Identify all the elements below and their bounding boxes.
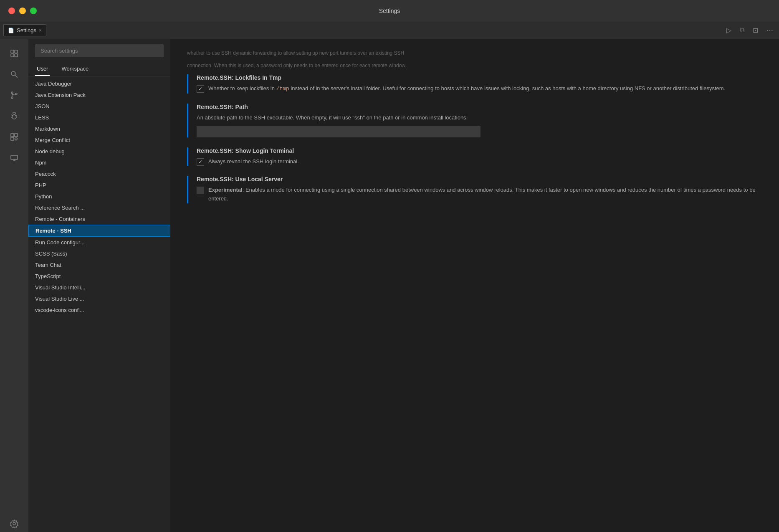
svg-point-7 (11, 97, 13, 99)
svg-rect-1 (15, 50, 18, 53)
svg-point-10 (12, 115, 16, 119)
minimize-button[interactable] (19, 8, 26, 14)
section-use-local: Remote.SSH: Use Local Server Experimenta… (187, 176, 762, 203)
traffic-lights (8, 8, 37, 14)
ext-item-less[interactable]: LESS (28, 112, 170, 123)
ext-item-java-ext-pack[interactable]: Java Extension Pack (28, 89, 170, 101)
section-show-login: Remote.SSH: Show Login Terminal ✓ Always… (187, 147, 762, 166)
activity-debug[interactable] (4, 106, 24, 126)
open-changes-action[interactable]: ⧉ (737, 25, 747, 35)
extensions-list: Java Debugger Java Extension Pack JSON L… (28, 78, 170, 532)
show-login-checkbox[interactable]: ✓ (197, 158, 204, 166)
split-editor-action[interactable]: ⊡ (750, 25, 761, 35)
ext-item-reference-search[interactable]: Reference Search ... (28, 202, 170, 213)
svg-rect-18 (11, 155, 18, 160)
ext-item-python[interactable]: Python (28, 191, 170, 202)
settings-tabs: User Workspace (28, 62, 170, 76)
activity-extensions[interactable] (4, 127, 24, 147)
show-login-checkbox-row: ✓ Always reveal the SSH login terminal. (197, 157, 762, 166)
sidebar: User Workspace Java Debugger Java Extens… (28, 39, 170, 532)
svg-point-6 (11, 92, 13, 94)
experimental-label: Experimental (208, 187, 243, 193)
tab-actions: ▷ ⧉ ⊡ ⋯ (724, 25, 776, 35)
settings-tab-close[interactable]: × (39, 28, 42, 33)
lockfiles-checkbox-row: ✓ Whether to keep lockfiles in /tmp inst… (197, 84, 762, 94)
show-login-title: Remote.SSH: Show Login Terminal (197, 147, 762, 154)
ext-item-json[interactable]: JSON (28, 101, 170, 112)
faded-top-text: whether to use SSH dynamic forwarding to… (187, 49, 762, 57)
ext-item-typescript[interactable]: TypeScript (28, 271, 170, 282)
activity-settings[interactable] (4, 514, 24, 532)
main-content: whether to use SSH dynamic forwarding to… (170, 39, 779, 532)
app-layout: User Workspace Java Debugger Java Extens… (0, 39, 779, 532)
ext-item-merge-conflict[interactable]: Merge Conflict (28, 134, 170, 146)
ext-item-npm[interactable]: Npm (28, 157, 170, 168)
svg-rect-16 (15, 134, 18, 137)
lockfiles-checkbox[interactable]: ✓ (197, 85, 204, 93)
more-actions[interactable]: ⋯ (764, 25, 776, 35)
svg-rect-0 (11, 50, 14, 53)
titlebar: Settings (0, 0, 779, 22)
svg-line-12 (16, 115, 17, 116)
window-title: Settings (379, 8, 400, 14)
ext-item-vscode-icons[interactable]: vscode-icons confi... (28, 304, 170, 316)
close-button[interactable] (8, 8, 15, 14)
search-input[interactable] (35, 44, 164, 57)
section-lockfiles: Remote.SSH: Lockfiles In Tmp ✓ Whether t… (187, 74, 762, 94)
ext-item-run-code[interactable]: Run Code configur... (28, 237, 170, 248)
ext-item-peacock[interactable]: Peacock (28, 168, 170, 180)
settings-tab[interactable]: 📄 Settings × (3, 24, 46, 36)
tab-workspace[interactable]: Workspace (60, 62, 90, 76)
activity-remote[interactable] (4, 148, 24, 168)
faded-bottom-text: connection. When this is used, a passwor… (187, 62, 762, 69)
search-bar (28, 39, 170, 62)
section-path: Remote.SSH: Path An absolute path to the… (187, 104, 762, 137)
ext-item-remote-containers[interactable]: Remote - Containers (28, 213, 170, 225)
path-desc: An absolute path to the SSH executable. … (197, 114, 762, 122)
activity-bar (0, 39, 28, 532)
ext-item-java-debugger[interactable]: Java Debugger (28, 78, 170, 89)
checkmark-icon-2: ✓ (198, 159, 202, 165)
ext-item-php[interactable]: PHP (28, 180, 170, 191)
activity-explorer[interactable] (4, 43, 24, 63)
run-action[interactable]: ▷ (724, 25, 734, 35)
ext-item-node-debug[interactable]: Node debug (28, 146, 170, 157)
ext-item-vs-live[interactable]: Visual Studio Live ... (28, 293, 170, 304)
checkmark-icon: ✓ (198, 86, 202, 92)
settings-tab-label: Settings (17, 27, 36, 33)
use-local-title: Remote.SSH: Use Local Server (197, 176, 762, 182)
activity-search[interactable] (4, 64, 24, 84)
use-local-label: Experimental: Enables a mode for connect… (208, 186, 762, 203)
tab-bar: 📄 Settings × ▷ ⧉ ⊡ ⋯ (0, 22, 779, 39)
activity-source-control[interactable] (4, 85, 24, 105)
svg-point-4 (11, 71, 15, 76)
lockfiles-label: Whether to keep lockfiles in /tmp instea… (208, 84, 725, 94)
ext-item-vs-intelli[interactable]: Visual Studio Intelli... (28, 282, 170, 293)
ext-item-markdown[interactable]: Markdown (28, 123, 170, 134)
ext-item-team-chat[interactable]: Team Chat (28, 259, 170, 271)
svg-rect-2 (11, 54, 14, 57)
ext-item-remote-ssh[interactable]: Remote - SSH (28, 225, 170, 237)
svg-line-11 (11, 115, 13, 116)
ext-item-scss[interactable]: SCSS (Sass) (28, 248, 170, 259)
use-local-checkbox[interactable] (197, 187, 204, 194)
path-title: Remote.SSH: Path (197, 104, 762, 110)
svg-rect-17 (11, 137, 14, 140)
svg-line-5 (15, 75, 18, 78)
svg-point-21 (13, 522, 15, 525)
svg-rect-3 (15, 54, 18, 57)
lockfiles-code: /tmp (276, 86, 289, 92)
svg-rect-15 (11, 134, 14, 137)
settings-tab-icon: 📄 (8, 28, 14, 33)
tab-user[interactable]: User (35, 62, 50, 76)
path-input-field[interactable] (197, 126, 481, 137)
use-local-checkbox-row: Experimental: Enables a mode for connect… (197, 186, 762, 203)
maximize-button[interactable] (30, 8, 37, 14)
lockfiles-title: Remote.SSH: Lockfiles In Tmp (197, 74, 762, 81)
show-login-label: Always reveal the SSH login terminal. (208, 157, 299, 166)
